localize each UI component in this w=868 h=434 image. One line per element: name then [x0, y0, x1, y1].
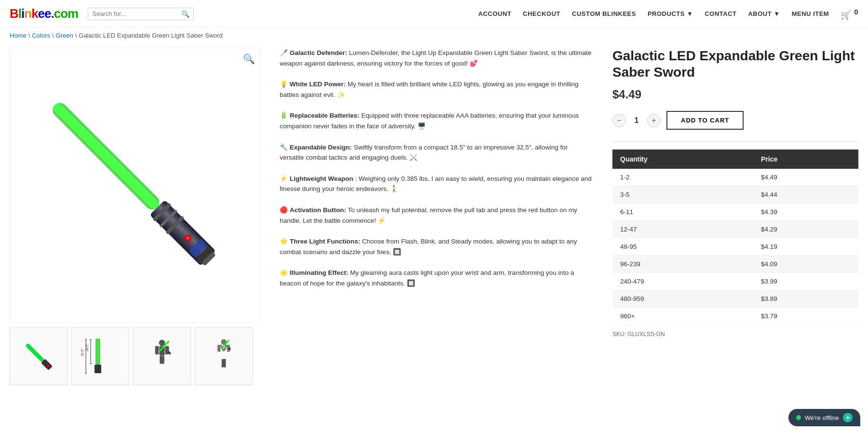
- saber-visual: [10, 48, 260, 322]
- pricing-table: Quantity Price 1-2$4.493-5$4.446-11$4.39…: [612, 149, 858, 325]
- pricing-row: 240-479$3.99: [612, 273, 858, 290]
- pricing-qty: 48-95: [612, 238, 753, 256]
- pricing-price: $3.79: [753, 308, 858, 325]
- nav-products[interactable]: PRODUCTS ▼: [648, 10, 693, 17]
- pricing-row: 1-2$4.49: [612, 169, 858, 186]
- pricing-row: 960+$3.79: [612, 308, 858, 325]
- pricing-price: $4.39: [753, 203, 858, 221]
- thumbnail-4[interactable]: [195, 327, 253, 385]
- qty-decrease-button[interactable]: −: [612, 114, 626, 127]
- nav-custom-blinkees[interactable]: CUSTOM BLINKEES: [572, 10, 636, 17]
- svg-rect-1: [52, 102, 161, 211]
- qty-value: 1: [632, 116, 641, 125]
- main-nav: ACCOUNT CHECKOUT CUSTOM BLINKEES PRODUCT…: [478, 8, 858, 20]
- pricing-price: $4.44: [753, 186, 858, 203]
- feature-expandable: 🔧 Expandable Design: Swiftly transform f…: [280, 142, 593, 163]
- add-to-cart-button[interactable]: ADD TO CART: [666, 111, 744, 130]
- pricing-qty: 1-2: [612, 169, 753, 186]
- pricing-row: 6-11$4.39: [612, 203, 858, 221]
- feature-title: Lightweight Weapon: [290, 175, 353, 182]
- svg-rect-30: [162, 355, 164, 364]
- site-header: Blinkee.com 🔍 ACCOUNT CHECKOUT CUSTOM BL…: [0, 0, 868, 28]
- feature-icon: 🗡️: [280, 49, 290, 56]
- search-box[interactable]: 🔍: [88, 8, 194, 20]
- svg-rect-27: [155, 346, 159, 354]
- svg-rect-21: [95, 339, 100, 365]
- col-quantity: Quantity: [612, 149, 753, 169]
- qty-add-row: − 1 + ADD TO CART: [612, 111, 858, 130]
- feature-title: Illuminating Effect:: [290, 269, 349, 276]
- thumbnails: 32.5" 18.5": [10, 327, 260, 385]
- pricing-price: $4.19: [753, 238, 858, 256]
- feature-icon: ⭐: [280, 238, 290, 245]
- pricing-qty: 12-47: [612, 221, 753, 238]
- svg-rect-37: [224, 359, 226, 367]
- breadcrumb-green[interactable]: Green: [56, 32, 73, 39]
- site-logo[interactable]: Blinkee.com: [10, 6, 78, 21]
- product-price: $4.49: [612, 88, 858, 101]
- qty-increase-button[interactable]: +: [647, 114, 661, 127]
- feature-icon: 🔴: [280, 206, 290, 214]
- thumbnail-1[interactable]: [10, 327, 68, 385]
- feature-icon: 🔧: [280, 144, 290, 151]
- svg-rect-29: [160, 355, 162, 364]
- thumbnail-2[interactable]: 32.5" 18.5": [71, 327, 129, 385]
- feature-title: Three Light Functions:: [290, 238, 360, 245]
- pricing-qty: 240-479: [612, 273, 753, 290]
- feature-title: Replaceable Batteries:: [290, 112, 360, 119]
- breadcrumb-home[interactable]: Home: [10, 32, 27, 39]
- pricing-qty: 96-239: [612, 256, 753, 273]
- svg-rect-36: [222, 359, 224, 367]
- feature-title: Expandable Design:: [290, 144, 352, 151]
- feature-batteries: 🔋 Replaceable Batteries: Equipped with t…: [280, 110, 593, 131]
- pricing-row: 96-239$4.09: [612, 256, 858, 273]
- saber-svg: [34, 57, 236, 313]
- main-container: 🔍: [0, 43, 868, 390]
- breadcrumb-colors[interactable]: Colors: [32, 32, 50, 39]
- pricing-row: 12-47$4.29: [612, 221, 858, 238]
- svg-rect-12: [26, 343, 44, 362]
- feature-white-led: 💡 White LED Power: My heart is filled wi…: [280, 79, 593, 100]
- feature-three-light: ⭐ Three Light Functions: Choose from Fla…: [280, 236, 593, 257]
- pricing-row: 3-5$4.44: [612, 186, 858, 203]
- product-title: Galactic LED Expandable Green Light Sabe…: [612, 48, 858, 80]
- pricing-price: $3.99: [753, 273, 858, 290]
- feature-icon: 🌟: [280, 269, 290, 276]
- cart-icon[interactable]: 🛒 0: [841, 8, 858, 20]
- pricing-price: $3.89: [753, 290, 858, 308]
- svg-text:18.5": 18.5": [85, 343, 89, 352]
- thumbnail-3[interactable]: [133, 327, 191, 385]
- feature-icon: 🔋: [280, 112, 290, 119]
- pricing-price: $4.49: [753, 169, 858, 186]
- feature-title: Galactic Defender:: [290, 49, 347, 56]
- product-description: 🗡️ Galactic Defender: Lumen-Defender, th…: [275, 48, 598, 385]
- pricing-row: 480-959$3.89: [612, 290, 858, 308]
- nav-checkout[interactable]: CHECKOUT: [523, 10, 560, 17]
- zoom-icon[interactable]: 🔍: [243, 53, 255, 65]
- pricing-row: 48-95$4.19: [612, 238, 858, 256]
- feature-icon: 💡: [280, 81, 290, 88]
- nav-about[interactable]: ABOUT ▼: [748, 10, 780, 17]
- nav-menu-item[interactable]: MENU ITEM: [792, 10, 829, 17]
- search-button[interactable]: 🔍: [181, 10, 190, 18]
- feature-title: Activation Button:: [290, 206, 346, 214]
- svg-rect-34: [217, 345, 221, 352]
- breadcrumb: Home \ Colors \ Green \ Galactic LED Exp…: [0, 28, 868, 43]
- main-image: 🔍: [10, 48, 260, 323]
- svg-text:32.5": 32.5": [81, 348, 84, 356]
- nav-account[interactable]: ACCOUNT: [478, 10, 512, 17]
- pricing-table-header: Quantity Price: [612, 149, 858, 169]
- product-images: 🔍: [10, 48, 260, 385]
- pricing-qty: 960+: [612, 308, 753, 325]
- divider: [612, 141, 858, 142]
- feature-activation: 🔴 Activation Button: To unleash my full …: [280, 205, 593, 226]
- breadcrumb-current: Galactic LED Expandable Green Light Sabe…: [79, 32, 222, 39]
- feature-lightweight: ⚡ Lightweight Weapon : Weighing only 0.3…: [280, 174, 593, 194]
- feature-illuminating: 🌟 Illuminating Effect: My gleaming aura …: [280, 268, 593, 288]
- col-price: Price: [753, 149, 858, 169]
- search-input[interactable]: [92, 10, 181, 17]
- pricing-qty: 480-959: [612, 290, 753, 308]
- sku-line: SKU: GLUXLSS-GN: [612, 331, 858, 338]
- nav-contact[interactable]: CONTACT: [705, 10, 736, 17]
- pricing-qty: 3-5: [612, 186, 753, 203]
